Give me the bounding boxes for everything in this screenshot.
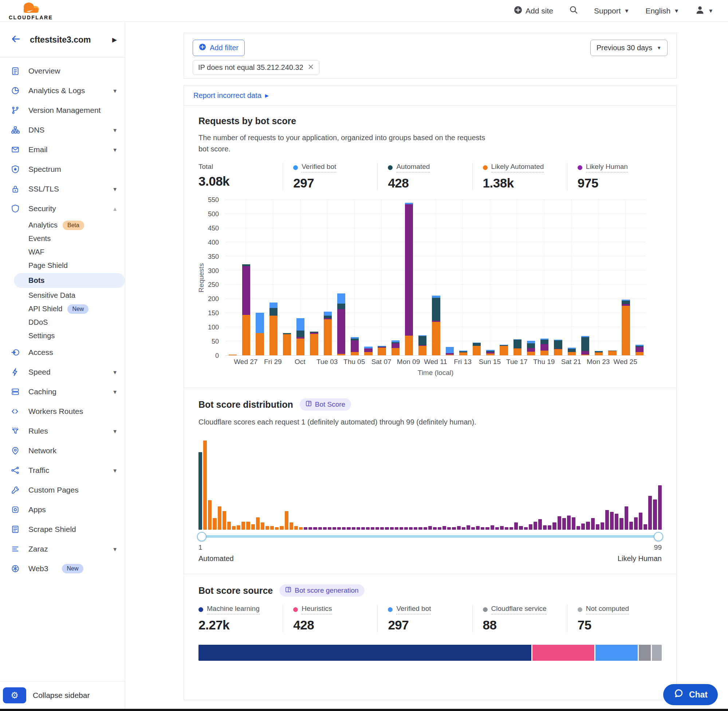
y-tick: 150 — [198, 310, 219, 317]
cloudflare-logo[interactable]: CLOUDFLARE — [9, 1, 53, 21]
slider-track[interactable] — [198, 535, 662, 538]
sidebar-item-spectrum[interactable]: Spectrum — [0, 159, 125, 179]
sidebar-item-access[interactable]: Access — [0, 342, 125, 362]
histogram-bar-score-93 — [639, 513, 642, 530]
chevron-right-icon[interactable]: ▶ — [112, 36, 117, 44]
histogram-bar-score-62 — [490, 525, 494, 530]
likely-automated-segment — [364, 352, 372, 356]
chevron-down-icon[interactable]: ▼ — [112, 468, 118, 474]
sidebar-item-bots[interactable]: Bots — [14, 273, 125, 288]
likely-human-segment — [405, 204, 413, 336]
sidebar-item-speed[interactable]: Speed▼ — [0, 362, 125, 382]
sidebar-item-page-shield[interactable]: Page Shield — [0, 259, 125, 272]
chevron-down-icon[interactable]: ▼ — [112, 389, 118, 395]
chevron-down-icon[interactable]: ▼ — [112, 147, 118, 153]
sidebar-item-apps[interactable]: Apps — [0, 500, 125, 519]
x-axis-label: Time (local) — [226, 369, 646, 377]
likely-automated-segment — [255, 333, 264, 356]
bot-score-badge[interactable]: Bot Score — [300, 398, 351, 411]
sidebar-item-web3[interactable]: Web3New — [0, 559, 125, 578]
sidebar-item-email[interactable]: Email▼ — [0, 140, 125, 159]
verified-bot-segment — [446, 347, 454, 353]
date-range-button[interactable]: Previous 30 days ▼ — [590, 40, 667, 56]
histogram-bar-score-29 — [332, 527, 336, 530]
chevron-down-icon[interactable]: ▼ — [112, 428, 118, 434]
slider-handle-min[interactable] — [197, 532, 207, 541]
sidebar-subitem-label: DDoS — [28, 318, 48, 326]
support-menu[interactable]: Support ▼ — [594, 7, 629, 15]
sidebar-item-label: Scrape Shield — [28, 525, 76, 534]
requests-stat-automated: Automated428 — [377, 163, 472, 190]
stat-label-row: Machine learning — [198, 605, 283, 615]
sidebar-subitem-label: API Shield — [28, 305, 62, 313]
chat-button[interactable]: Chat — [663, 684, 718, 705]
sidebar-item-rules[interactable]: Rules▼ — [0, 421, 125, 441]
filter-chip[interactable]: IP does not equal 35.212.240.32 — [193, 60, 319, 75]
y-tick: 300 — [198, 267, 219, 274]
y-tick: 0 — [198, 352, 219, 360]
sidebar-item-sensitive-data[interactable]: Sensitive Data — [0, 289, 125, 302]
slider-handle-max[interactable] — [654, 532, 663, 541]
chevron-up-icon[interactable]: ▲ — [112, 206, 118, 212]
heuristics-legend-dot — [293, 607, 298, 612]
x-tick: Wed 25 — [614, 358, 637, 366]
sidebar-item-analytics[interactable]: AnalyticsBeta — [0, 218, 125, 232]
stat-label-row: Likely Human — [577, 163, 662, 173]
chart-bar — [310, 200, 318, 356]
add-filter-button[interactable]: Add filter — [193, 40, 245, 56]
chevron-down-icon[interactable]: ▼ — [112, 546, 118, 552]
sidebar-item-ssl-tls[interactable]: SSL/TLS▼ — [0, 179, 125, 199]
sidebar-item-zaraz[interactable]: Zaraz▼ — [0, 539, 125, 559]
sidebar-item-caching[interactable]: Caching▼ — [0, 382, 125, 401]
account-menu[interactable]: ▼ — [695, 5, 713, 16]
report-incorrect-data-link[interactable]: Report incorrect data ▶ — [193, 91, 269, 100]
add-site-button[interactable]: Add site — [514, 6, 553, 16]
search-button[interactable] — [569, 6, 578, 16]
sidebar-item-workers-routes[interactable]: Workers Routes — [0, 401, 125, 421]
custom-pages-icon — [11, 486, 20, 494]
chevron-down-icon[interactable]: ▼ — [112, 369, 118, 375]
histogram-bar-score-33 — [352, 527, 356, 530]
histogram-bar-score-20 — [289, 522, 293, 530]
header-actions: Add site Support ▼ English ▼ ▼ — [514, 5, 728, 16]
sidebar-item-settings[interactable]: Settings — [0, 329, 125, 342]
sidebar-item-dns[interactable]: DNS▼ — [0, 120, 125, 140]
sidebar-item-overview[interactable]: Overview — [0, 61, 125, 81]
chevron-down-icon[interactable]: ▼ — [112, 127, 118, 133]
sidebar-item-label: Zaraz — [28, 544, 48, 553]
sidebar-item-label: Analytics & Logs — [28, 86, 85, 95]
y-tick: 550 — [198, 196, 219, 204]
likely-automated-segment — [324, 319, 332, 356]
x-tick: Wed 27 — [234, 358, 257, 366]
sidebar-item-api-shield[interactable]: API ShieldNew — [0, 302, 125, 316]
remove-filter-icon[interactable] — [308, 63, 314, 72]
sidebar-item-ddos[interactable]: DDoS — [0, 316, 125, 329]
chevron-down-icon[interactable]: ▼ — [112, 88, 118, 94]
overview-icon — [11, 66, 20, 75]
histogram-bar-score-34 — [357, 527, 360, 530]
sidebar-item-version-management[interactable]: Version Management — [0, 100, 125, 120]
sidebar-item-traffic[interactable]: Traffic▼ — [0, 460, 125, 480]
sidebar-item-waf[interactable]: WAF — [0, 245, 125, 259]
docs-icon — [306, 400, 312, 409]
sidebar-item-analytics-logs[interactable]: Analytics & Logs▼ — [0, 81, 125, 100]
language-menu[interactable]: English ▼ — [645, 7, 679, 15]
back-arrow-icon[interactable] — [10, 34, 21, 46]
sidebar-item-custom-pages[interactable]: Custom Pages — [0, 480, 125, 500]
histogram-bar-score-79 — [572, 517, 575, 530]
bot-score-generation-badge[interactable]: Bot score generation — [279, 584, 364, 597]
verified-bot-segment — [324, 312, 332, 316]
chevron-down-icon[interactable]: ▼ — [112, 186, 118, 192]
stat-label-row: Verified bot — [388, 605, 472, 615]
histogram-bar-score-65 — [505, 527, 508, 530]
site-selector[interactable]: cftestsite3.com ▶ — [0, 22, 125, 58]
stat-value: 75 — [577, 618, 662, 632]
likely-automated-segment — [432, 322, 440, 356]
sidebar-item-network[interactable]: Network — [0, 441, 125, 460]
likely-human-segment — [527, 348, 535, 352]
settings-gear-button[interactable]: ⚙ — [3, 687, 26, 704]
collapse-sidebar-button[interactable]: Collapse sidebar — [33, 691, 90, 700]
sidebar-item-scrape-shield[interactable]: Scrape Shield — [0, 519, 125, 539]
sidebar-item-events[interactable]: Events — [0, 232, 125, 245]
sidebar-item-security[interactable]: Security▲ — [0, 199, 125, 218]
